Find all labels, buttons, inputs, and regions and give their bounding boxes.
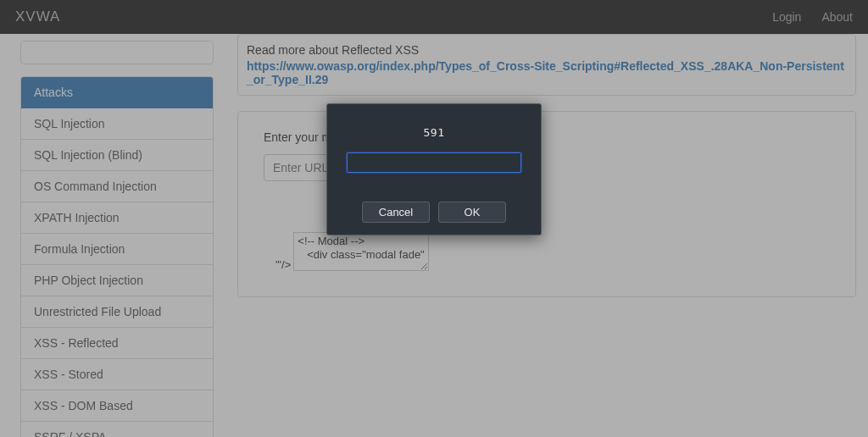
prompt-ok-button[interactable]: OK bbox=[438, 202, 506, 223]
sidebar: Attacks SQL Injection SQL Injection (Bli… bbox=[0, 34, 214, 437]
sidebar-item-sql-injection[interactable]: SQL Injection bbox=[21, 108, 213, 140]
sidebar-search-box[interactable] bbox=[20, 41, 214, 64]
info-link[interactable]: https://www.owasp.org/index.php/Types_of… bbox=[247, 59, 844, 86]
sidebar-item-formula-injection[interactable]: Formula Injection bbox=[21, 234, 213, 265]
sidebar-item-ssrf-xspa[interactable]: SSRF / XSPA bbox=[21, 422, 213, 437]
info-lead: Read more about Reflected XSS bbox=[247, 43, 847, 57]
info-panel: Read more about Reflected XSS https://ww… bbox=[237, 34, 856, 96]
sidebar-item-xss-reflected[interactable]: XSS - Reflected bbox=[21, 328, 213, 359]
main-content: Read more about Reflected XSS https://ww… bbox=[214, 34, 868, 437]
prompt-button-row: Cancel OK bbox=[341, 202, 527, 223]
sidebar-item-xpath-injection[interactable]: XPATH Injection bbox=[21, 202, 213, 234]
prompt-cancel-button[interactable]: Cancel bbox=[362, 202, 430, 223]
login-link[interactable]: Login bbox=[772, 10, 801, 24]
sidebar-item-unrestricted-file-upload[interactable]: Unrestricted File Upload bbox=[21, 296, 213, 328]
sidebar-menu: Attacks SQL Injection SQL Injection (Bli… bbox=[20, 76, 214, 437]
about-link[interactable]: About bbox=[821, 10, 853, 24]
js-prompt-dialog: 591 Cancel OK bbox=[326, 103, 542, 235]
sidebar-header-attacks[interactable]: Attacks bbox=[21, 77, 213, 108]
payload-textarea[interactable] bbox=[293, 232, 429, 271]
textarea-prefix: "'/> bbox=[275, 258, 291, 271]
sidebar-item-xss-stored[interactable]: XSS - Stored bbox=[21, 359, 213, 390]
brand-title[interactable]: XVWA bbox=[15, 8, 60, 25]
navbar: XVWA Login About bbox=[0, 0, 868, 34]
sidebar-item-xss-dom-based[interactable]: XSS - DOM Based bbox=[21, 390, 213, 422]
page-body: Attacks SQL Injection SQL Injection (Bli… bbox=[0, 34, 868, 437]
textarea-wrap: "'/> bbox=[275, 232, 830, 271]
prompt-input[interactable] bbox=[347, 152, 521, 173]
sidebar-item-php-object-injection[interactable]: PHP Object Injection bbox=[21, 265, 213, 296]
navbar-right: Login About bbox=[772, 10, 853, 24]
sidebar-item-os-command-injection[interactable]: OS Command Injection bbox=[21, 171, 213, 202]
sidebar-item-sql-injection-blind[interactable]: SQL Injection (Blind) bbox=[21, 140, 213, 171]
prompt-message: 591 bbox=[341, 126, 527, 139]
